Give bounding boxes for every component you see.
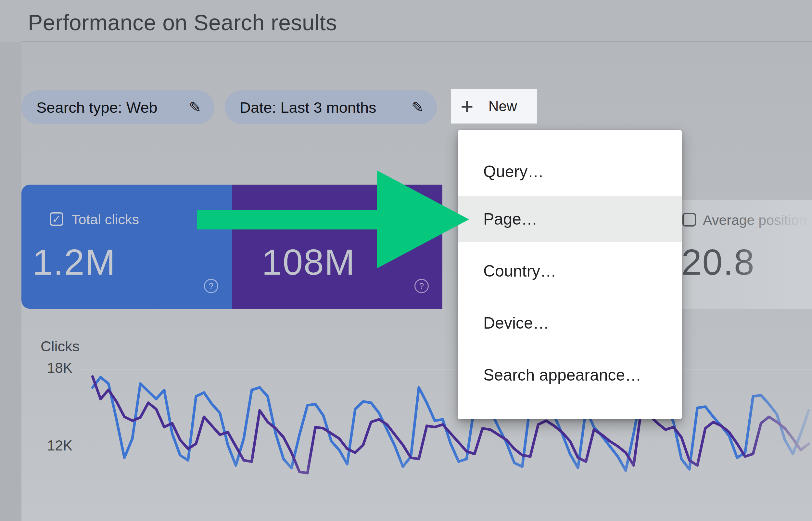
- y-tick-18k: 18K: [32, 361, 72, 375]
- page-title: Performance on Search results: [28, 10, 337, 35]
- chart-axis-title: Clicks: [41, 338, 79, 355]
- average-position-checkbox[interactable]: [683, 213, 696, 227]
- menu-item-device[interactable]: Device…: [458, 300, 682, 346]
- new-filter-button[interactable]: + New: [451, 89, 537, 123]
- header-divider: [21, 41, 812, 42]
- plus-icon: +: [460, 95, 474, 117]
- gridline-12k: [79, 446, 812, 447]
- date-filter-chip[interactable]: Date: Last 3 months ✎: [225, 90, 437, 124]
- date-filter-label: Date: Last 3 months: [240, 98, 377, 116]
- gridline-18k: [79, 369, 812, 370]
- help-question-icon[interactable]: ?: [204, 279, 218, 293]
- total-impressions-value: 108M: [262, 241, 355, 283]
- edit-pencil-icon[interactable]: ✎: [189, 100, 201, 115]
- total-clicks-label: Total clicks: [71, 211, 139, 227]
- total-clicks-value: 1.2M: [32, 241, 116, 283]
- checkbox-check-icon: ✓: [52, 212, 62, 226]
- menu-item-page[interactable]: Page…: [458, 196, 682, 242]
- new-filter-button-label: New: [488, 98, 517, 114]
- menu-item-query[interactable]: Query…: [458, 149, 682, 195]
- search-type-filter-label: Search type: Web: [37, 98, 158, 116]
- help-question-icon[interactable]: ?: [414, 279, 429, 293]
- search-type-filter-chip[interactable]: Search type: Web ✎: [21, 90, 214, 124]
- right-edge-fade: [734, 200, 812, 309]
- y-tick-12k: 12K: [32, 438, 72, 453]
- edit-pencil-icon[interactable]: ✎: [411, 100, 424, 115]
- menu-item-country[interactable]: Country…: [458, 248, 682, 294]
- total-clicks-checkbox[interactable]: ✓: [50, 212, 63, 226]
- menu-item-search-appearance[interactable]: Search appearance…: [458, 352, 682, 398]
- new-filter-dropdown-menu: Query… Page… Country… Device… Search app…: [458, 130, 682, 419]
